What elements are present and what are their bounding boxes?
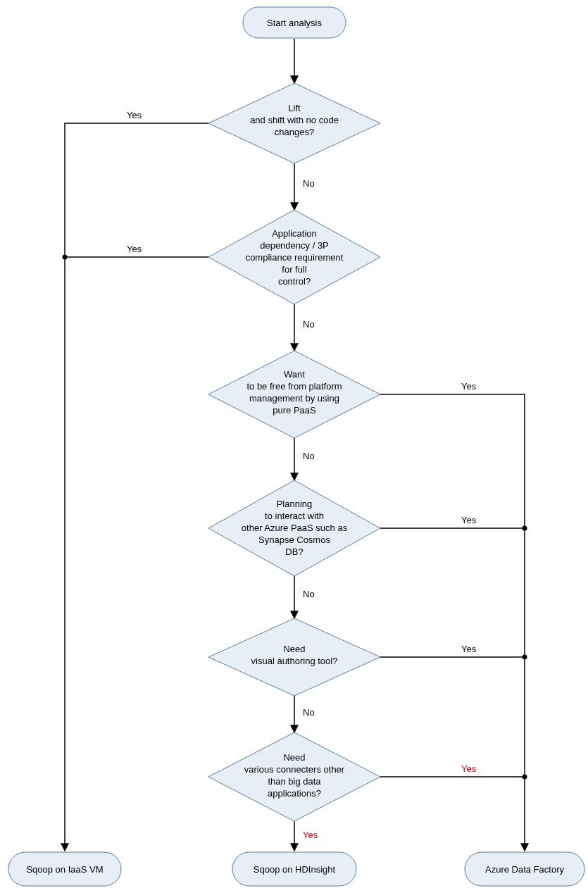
t3-label: Azure Data Factory (485, 864, 564, 875)
d4-yes-label: Yes (461, 515, 477, 525)
terminal-sqoop-iaas: Sqoop on IaaS VM (8, 852, 121, 886)
d3-yes-label: Yes (461, 381, 477, 392)
t1-label: Sqoop on IaaS VM (26, 864, 103, 875)
terminal-sqoop-hdinsight: Sqoop on HDInsight (232, 852, 356, 886)
d4-l3: other Azure PaaS such as (242, 523, 348, 533)
d3-no-label: No (303, 451, 315, 461)
d6-yes-right-label: Yes (461, 763, 477, 774)
decision-azure-paas-interact: Planning to interact with other Azure Pa… (208, 480, 380, 576)
junction-dot-d6 (523, 775, 527, 780)
junction-dot-d5 (523, 655, 527, 660)
d6-l1: Need (283, 752, 305, 763)
d1-no-label: No (303, 178, 315, 189)
d4-l5: DB? (285, 547, 303, 557)
d4-no-label: No (303, 589, 315, 599)
d4-l4: Synapse Cosmos (258, 535, 330, 545)
d5-yes-label: Yes (461, 644, 477, 654)
d2-l3: compliance requirement (246, 252, 344, 263)
d2-l2: dependency / 3P (260, 240, 329, 251)
d2-no-label: No (303, 319, 315, 330)
d1-l1: Lift (288, 103, 301, 113)
d5-l2: visual authoring tool? (251, 656, 338, 666)
d4-l2: to interact with (265, 511, 324, 521)
start-label: Start analysis (267, 18, 323, 28)
d3-l3: management by using (249, 393, 339, 404)
d4-l1: Planning (277, 499, 313, 509)
t2-label: Sqoop on HDInsight (254, 864, 336, 875)
start-node: Start analysis (243, 7, 346, 38)
d3-l4: pure PaaS (273, 405, 316, 416)
decision-visual-authoring: Need visual authoring tool? (208, 618, 380, 696)
terminal-azure-data-factory: Azure Data Factory (465, 852, 584, 886)
decision-dependency-compliance: Application dependency / 3P compliance r… (208, 210, 380, 304)
decision-various-connectors: Need various connecters other than big d… (208, 732, 380, 821)
d6-l2: various connecters other (244, 764, 345, 775)
d2-yes-label: Yes (127, 244, 142, 254)
d6-l3: than big data (268, 776, 321, 787)
decision-lift-shift: Lift and shift with no code changes? (208, 83, 380, 163)
d6-l4: applications? (268, 788, 321, 799)
d3-l2: to be free from platform (246, 381, 342, 392)
d1-yes-label: Yes (127, 110, 142, 120)
d6-yes-bottom-label: Yes (303, 830, 318, 840)
d3-l1: Want (284, 369, 305, 380)
junction-dot-left (63, 255, 68, 260)
d2-l5: control? (278, 276, 311, 287)
d1-l2: and shift with no code (250, 115, 339, 125)
d1-l3: changes? (275, 127, 314, 137)
d5-no-label: No (303, 707, 315, 718)
decision-pure-paas: Want to be free from platform management… (208, 351, 380, 438)
d2-l4: for full (282, 264, 307, 275)
d2-l1: Application (272, 228, 317, 239)
junction-dot-d4 (523, 526, 527, 531)
d5-l1: Need (283, 644, 305, 654)
